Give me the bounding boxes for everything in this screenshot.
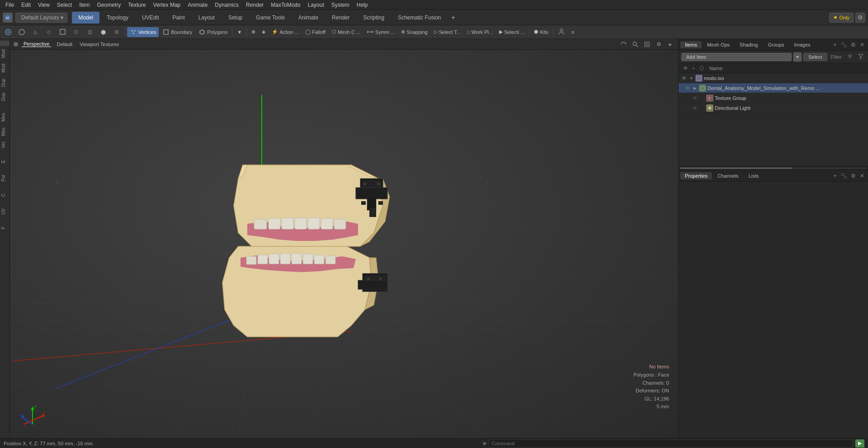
col-add-icon[interactable]: +: [689, 64, 698, 72]
tool-snapping[interactable]: ⊕ Snapping: [398, 27, 430, 37]
select-button[interactable]: Select: [803, 53, 827, 61]
tool-circle[interactable]: [15, 27, 28, 37]
tool-user[interactable]: [555, 27, 568, 37]
sidebar-tab-mod1[interactable]: Mod: [0, 47, 9, 61]
sidebar-tab-uv[interactable]: UV: [0, 206, 9, 217]
sidebar-tab-dup1[interactable]: Dup: [0, 76, 9, 90]
viewport-rotate-icon[interactable]: [619, 40, 627, 48]
menu-texture[interactable]: Texture: [124, 1, 149, 9]
tool-action[interactable]: ⚡ Action ...: [269, 27, 302, 37]
settings-gear-button[interactable]: ⚙: [855, 13, 865, 23]
tree-row-modo-lxo[interactable]: 👁 ▾ modo.lxo: [679, 73, 868, 83]
tool-target[interactable]: ◈: [259, 27, 268, 37]
sidebar-tab-e[interactable]: E: [0, 157, 9, 166]
props-add-tab-button[interactable]: +: [831, 172, 839, 180]
eye-texture-group[interactable]: 👁: [691, 94, 698, 102]
menu-system[interactable]: System: [328, 1, 353, 9]
menu-geometry[interactable]: Geometry: [94, 1, 125, 9]
arrow-directional-light[interactable]: [699, 105, 705, 111]
sidebar-tab-9[interactable]: [0, 151, 9, 157]
arrow-modo-lxo[interactable]: ▾: [689, 75, 694, 81]
tool-mesh-c[interactable]: ⬡ Mesh C ...: [329, 27, 363, 37]
sidebar-tab-1[interactable]: [0, 41, 9, 46]
sidebar-tab-mes2[interactable]: Mes: [0, 125, 9, 139]
add-item-button[interactable]: Add Item: [681, 53, 792, 61]
layout-dropdown[interactable]: Default Layouts ▾: [15, 13, 67, 23]
sidebar-tab-5[interactable]: [0, 104, 9, 110]
menu-item[interactable]: Item: [75, 1, 93, 9]
sidebar-tab-dup2[interactable]: Dup: [0, 90, 9, 104]
sidebar-tab-mod2[interactable]: Mod: [0, 61, 9, 75]
viewport-settings-icon[interactable]: ⚙: [655, 40, 663, 48]
items-tree[interactable]: 👁 ▾ modo.lxo 👁 ▶ Dental_Anatomy_Model_Si…: [679, 73, 868, 166]
tab-uvedit[interactable]: UVEdit: [136, 12, 165, 24]
tool-work-plane[interactable]: □ Work Pl...: [464, 27, 495, 37]
tab-model[interactable]: Model: [72, 12, 99, 24]
tree-row-directional-light[interactable]: 👁 Directional Light: [679, 103, 868, 113]
sidebar-tab-pol[interactable]: Pol: [0, 172, 9, 184]
props-settings-icon[interactable]: ⚙: [849, 172, 857, 180]
viewport-zoom-icon[interactable]: [631, 40, 639, 48]
tool-split[interactable]: ◫: [83, 27, 96, 37]
panel-add-tab-button[interactable]: +: [831, 41, 839, 49]
sidebar-tab-11[interactable]: [0, 166, 9, 172]
tool-select-t[interactable]: ▷ Select T...: [431, 27, 463, 37]
tool-kits[interactable]: ⬢ Kits: [531, 27, 551, 37]
menu-animate[interactable]: Animate: [184, 1, 211, 9]
panel-resize-icon[interactable]: [840, 41, 848, 49]
props-close-icon[interactable]: ✕: [858, 172, 866, 180]
tab-paint[interactable]: Paint: [166, 12, 191, 24]
scene-canvas[interactable]: No Items Polygons : Face Channels: 0 Def…: [10, 50, 678, 438]
panel-tab-mesh-ops[interactable]: Mesh Ops: [703, 41, 734, 48]
viewport-textures-label[interactable]: Viewport Textures: [78, 42, 121, 47]
panel-tab-items[interactable]: Items: [680, 41, 702, 48]
tool-vertices[interactable]: Vertices: [127, 27, 159, 37]
col-eye-icon[interactable]: 👁: [681, 64, 689, 72]
props-resize-icon[interactable]: [840, 172, 848, 180]
tool-triangle[interactable]: △: [29, 27, 42, 37]
tool-polygons[interactable]: Polygons: [196, 27, 230, 37]
tool-square[interactable]: [56, 27, 69, 37]
tool-plus-circle[interactable]: ⊕: [249, 27, 258, 37]
scroll-thumb[interactable]: [679, 167, 792, 169]
tab-layout[interactable]: Layout: [192, 12, 221, 24]
menu-file[interactable]: File: [2, 1, 18, 9]
menu-maxtomodo[interactable]: MaxToModo: [267, 1, 304, 9]
menu-layout[interactable]: Layout: [304, 1, 328, 9]
command-input[interactable]: [489, 439, 853, 448]
sidebar-tab-c[interactable]: C: [0, 191, 9, 199]
menu-help[interactable]: Help: [353, 1, 372, 9]
tool-symmetry[interactable]: ⟺ Symm ...: [364, 27, 397, 37]
tab-animate[interactable]: Animate: [292, 12, 325, 24]
tool-dropdown-arrow[interactable]: ▼: [235, 27, 245, 37]
add-item-dropdown[interactable]: ▾: [793, 52, 802, 61]
sidebar-tab-mes1[interactable]: Mes: [0, 110, 9, 124]
filter-funnel-icon[interactable]: [856, 53, 865, 61]
tab-topology[interactable]: Topology: [100, 12, 135, 24]
tool-diamond[interactable]: ◇: [42, 27, 55, 37]
tab-render[interactable]: Render: [326, 12, 356, 24]
col-render-icon[interactable]: [698, 64, 706, 72]
panel-tab-shading[interactable]: Shading: [735, 41, 762, 48]
viewport-dot[interactable]: [14, 42, 18, 47]
eye-dental-mesh[interactable]: 👁: [684, 85, 691, 92]
sidebar-tab-f[interactable]: F: [0, 224, 9, 232]
panel-close-icon[interactable]: ✕: [858, 41, 866, 49]
items-scrollbar[interactable]: [679, 166, 868, 170]
tab-setup[interactable]: Setup: [222, 12, 249, 24]
arrow-texture-group[interactable]: [699, 95, 705, 101]
panel-tab-images[interactable]: Images: [790, 41, 815, 48]
sidebar-tab-13[interactable]: [0, 185, 9, 190]
tree-row-texture-group[interactable]: 👁 T Texture Group: [679, 93, 868, 103]
panel-settings-icon[interactable]: ⚙: [849, 41, 857, 49]
sidebar-tab-17[interactable]: [0, 218, 9, 223]
filter-sort-icon[interactable]: [845, 53, 854, 61]
add-tab-button[interactable]: +: [448, 13, 458, 23]
tool-selection[interactable]: ▶ Selecti ...: [496, 27, 527, 37]
tool-filled-circle[interactable]: ⬤: [97, 27, 109, 37]
tab-game-tools[interactable]: Game Tools: [250, 12, 291, 24]
menu-view[interactable]: View: [34, 1, 53, 9]
menu-render[interactable]: Render: [242, 1, 267, 9]
tool-modo-icon[interactable]: [2, 27, 14, 37]
eye-directional-light[interactable]: 👁: [691, 104, 698, 112]
